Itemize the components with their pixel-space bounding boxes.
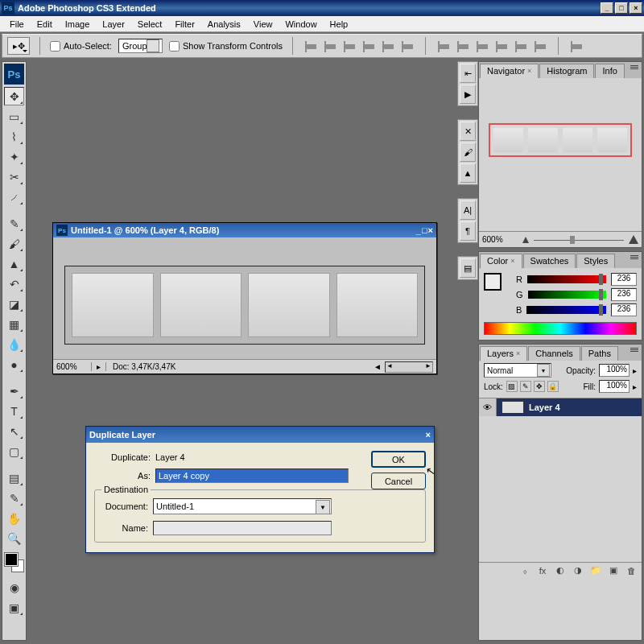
layer-name[interactable]: Layer 4 bbox=[529, 402, 560, 412]
type-tool[interactable]: T bbox=[4, 402, 24, 420]
shape-tool[interactable]: ▢ bbox=[4, 442, 24, 460]
layer-row[interactable]: 👁 Layer 4 bbox=[479, 398, 642, 416]
tab-paths[interactable]: Paths bbox=[581, 346, 618, 361]
tab-navigator[interactable]: Navigator× bbox=[480, 64, 539, 79]
align-bottom-icon[interactable] bbox=[341, 38, 357, 54]
panel-menu-icon[interactable] bbox=[629, 254, 640, 263]
strip-tools-icon[interactable]: ✕ bbox=[460, 122, 476, 141]
eraser-tool[interactable]: ◪ bbox=[4, 295, 24, 313]
distribute-left-icon[interactable] bbox=[493, 38, 510, 54]
b-value[interactable]: 236 bbox=[611, 303, 637, 316]
panel-menu-icon[interactable] bbox=[629, 346, 640, 356]
tab-swatches[interactable]: Swatches bbox=[523, 254, 576, 268]
strip-arrow-icon[interactable]: ⇤ bbox=[460, 64, 476, 83]
g-slider[interactable] bbox=[528, 291, 606, 299]
screenmode-tool[interactable]: ▣ bbox=[4, 598, 24, 617]
distribute-hcenter-icon[interactable] bbox=[513, 38, 529, 54]
navigator-preview[interactable] bbox=[489, 123, 632, 157]
distribute-top-icon[interactable] bbox=[436, 38, 452, 54]
document-select[interactable]: Untitled-1 bbox=[153, 498, 332, 514]
tab-histogram[interactable]: Histogram bbox=[539, 64, 594, 78]
layer-thumbnail[interactable] bbox=[502, 401, 524, 414]
history-brush-tool[interactable]: ↶ bbox=[4, 275, 24, 293]
heal-tool[interactable]: ✎ bbox=[4, 214, 24, 233]
maximize-button[interactable]: □ bbox=[615, 2, 628, 14]
fill-arrow-icon[interactable]: ▸ bbox=[633, 382, 637, 391]
folder-icon[interactable]: 📁 bbox=[588, 564, 603, 577]
lock-position-icon[interactable]: ✥ bbox=[534, 381, 545, 392]
adjustment-icon[interactable]: ◑ bbox=[571, 564, 585, 577]
align-vcenter-icon[interactable] bbox=[322, 38, 338, 54]
lock-transparency-icon[interactable]: ▧ bbox=[506, 381, 518, 392]
foreground-color[interactable] bbox=[5, 553, 18, 566]
menu-layer[interactable]: Layer bbox=[96, 18, 131, 31]
menu-help[interactable]: Help bbox=[324, 18, 355, 31]
close-button[interactable]: × bbox=[630, 2, 642, 14]
fill-value[interactable]: 100% bbox=[599, 380, 630, 393]
scroll-left-icon[interactable]: ◄ bbox=[374, 362, 382, 371]
doc-minimize-button[interactable]: _ bbox=[416, 225, 421, 235]
distribute-vcenter-icon[interactable] bbox=[455, 38, 471, 54]
document-titlebar[interactable]: Ps Untitled-1 @ 600% (Layer 4, RGB/8) _ … bbox=[53, 223, 436, 237]
fx-icon[interactable]: fx bbox=[535, 564, 550, 577]
b-slider[interactable] bbox=[526, 306, 606, 314]
new-layer-icon[interactable]: ▣ bbox=[606, 564, 621, 577]
quickmask-tool[interactable]: ◉ bbox=[4, 578, 24, 597]
dodge-tool[interactable]: ● bbox=[4, 355, 24, 374]
crop-tool[interactable]: ✂ bbox=[4, 167, 24, 186]
tab-styles[interactable]: Styles bbox=[576, 254, 615, 268]
auto-select-dropdown[interactable]: Group bbox=[118, 39, 163, 53]
cancel-button[interactable]: Cancel bbox=[371, 473, 426, 489]
dialog-titlebar[interactable]: Duplicate Layer × bbox=[86, 427, 434, 443]
align-right-icon[interactable] bbox=[399, 38, 415, 54]
as-input[interactable] bbox=[155, 469, 349, 483]
align-hcenter-icon[interactable] bbox=[380, 38, 396, 54]
strip-char-icon[interactable]: A| bbox=[460, 200, 476, 220]
strip-brush-icon[interactable]: 🖌 bbox=[460, 142, 476, 162]
lasso-tool[interactable]: ⌇ bbox=[4, 127, 24, 146]
tab-layers[interactable]: Layers× bbox=[480, 346, 527, 361]
blur-tool[interactable]: 💧 bbox=[4, 335, 24, 353]
mask-icon[interactable]: ◐ bbox=[553, 564, 568, 577]
opacity-arrow-icon[interactable]: ▸ bbox=[633, 366, 637, 375]
strip-clone-icon[interactable]: ▲ bbox=[460, 163, 476, 183]
zoom-slider[interactable] bbox=[534, 236, 624, 244]
info-icon[interactable]: ▸ bbox=[92, 362, 106, 371]
doc-close-button[interactable]: × bbox=[428, 225, 433, 235]
g-value[interactable]: 236 bbox=[611, 288, 637, 301]
visibility-icon[interactable]: 👁 bbox=[479, 398, 497, 416]
path-select-tool[interactable]: ↖ bbox=[4, 422, 24, 440]
pen-tool[interactable]: ✒ bbox=[4, 382, 24, 400]
strip-para-icon[interactable]: ¶ bbox=[460, 221, 476, 241]
zoom-tool[interactable]: 🔍 bbox=[4, 529, 24, 547]
auto-select-checkbox[interactable] bbox=[50, 41, 60, 52]
blend-mode-select[interactable]: Normal bbox=[484, 363, 551, 378]
gradient-tool[interactable]: ▦ bbox=[4, 315, 24, 333]
slice-tool[interactable]: ⟋ bbox=[4, 188, 24, 206]
zoom-out-icon[interactable] bbox=[522, 237, 529, 243]
current-tool-display[interactable]: ▸✥ bbox=[7, 37, 30, 55]
marquee-tool[interactable]: ▭ bbox=[4, 107, 24, 126]
distribute-bottom-icon[interactable] bbox=[474, 38, 490, 54]
lock-all-icon[interactable]: 🔒 bbox=[547, 381, 559, 392]
tab-color[interactable]: Color× bbox=[480, 254, 522, 269]
zoom-field[interactable]: 600% bbox=[53, 362, 92, 371]
horizontal-scrollbar[interactable] bbox=[385, 361, 433, 373]
minimize-button[interactable]: _ bbox=[601, 2, 613, 14]
menu-edit[interactable]: Edit bbox=[31, 18, 59, 31]
panel-menu-icon[interactable] bbox=[629, 64, 640, 73]
dialog-close-button[interactable]: × bbox=[426, 430, 431, 440]
wand-tool[interactable]: ✦ bbox=[4, 147, 24, 166]
lock-pixels-icon[interactable]: ✎ bbox=[520, 381, 531, 392]
menu-select[interactable]: Select bbox=[131, 18, 169, 31]
hand-tool[interactable]: ✋ bbox=[4, 509, 24, 527]
stamp-tool[interactable]: ▲ bbox=[4, 254, 24, 273]
move-tool[interactable]: ✥ bbox=[4, 87, 24, 105]
color-spectrum[interactable] bbox=[484, 322, 637, 335]
eyedropper-tool[interactable]: ✎ bbox=[4, 489, 24, 507]
fg-color-swatch[interactable] bbox=[484, 273, 502, 291]
ok-button[interactable]: OK bbox=[371, 451, 426, 468]
tab-info[interactable]: Info bbox=[595, 64, 624, 78]
menu-window[interactable]: Window bbox=[279, 18, 323, 31]
show-transform-checkbox[interactable] bbox=[169, 41, 180, 52]
